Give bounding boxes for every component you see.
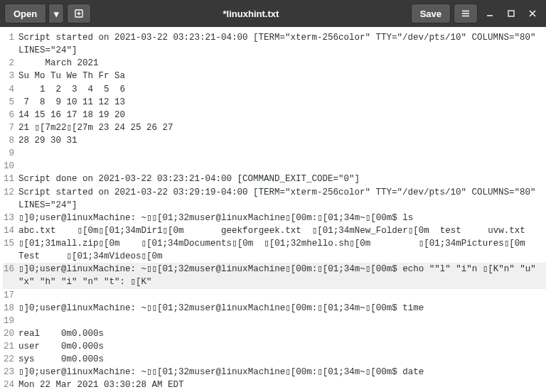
editor-line[interactable]: 21user 0m0.000s: [3, 340, 546, 353]
hamburger-icon: [461, 9, 471, 18]
editor-line[interactable]: 12Script started on 2021-03-22 03:29:19-…: [3, 186, 546, 212]
line-number: 2: [3, 57, 18, 70]
editor-line[interactable]: 721 ▯[7m22▯[27m 23 24 25 26 27: [3, 121, 546, 134]
line-number: 18: [3, 302, 18, 315]
line-content[interactable]: ▯]0;user@linuxMachine: ~▯▯[01;32muser@li…: [18, 302, 546, 315]
minimize-icon: [486, 9, 494, 18]
editor-line[interactable]: 14abc.txt ▯[0m▯[01;34mDir1▯[0m geekforge…: [3, 224, 546, 237]
line-content[interactable]: ▯]0;user@linuxMachine: ~▯▯[01;32muser@li…: [18, 212, 546, 224]
editor-line[interactable]: 4 1 2 3 4 5 6: [3, 83, 546, 96]
minimize-button[interactable]: [481, 4, 499, 23]
line-number: 22: [3, 353, 18, 366]
line-content[interactable]: Mon 22 Mar 2021 03:30:28 AM EDT: [18, 379, 546, 391]
editor-line[interactable]: 22sys 0m0.000s: [3, 353, 546, 366]
line-content[interactable]: Script started on 2021-03-22 03:23:21-04…: [18, 31, 546, 57]
editor-line[interactable]: 828 29 30 31: [3, 134, 546, 147]
line-content[interactable]: ▯[01;31mall.zip▯[0m ▯[01;34mDocuments▯[0…: [18, 237, 546, 263]
line-number: 1: [3, 31, 18, 57]
line-content[interactable]: 28 29 30 31: [18, 134, 546, 147]
line-number: 19: [3, 315, 18, 327]
editor-line[interactable]: 24Mon 22 Mar 2021 03:30:28 AM EDT: [3, 379, 546, 391]
line-content[interactable]: ▯]0;user@linuxMachine: ~▯▯[01;32muser@li…: [18, 366, 546, 379]
line-number: 17: [3, 289, 18, 302]
editor-line[interactable]: 20real 0m0.000s: [3, 327, 546, 340]
maximize-icon: [507, 9, 515, 18]
line-content[interactable]: abc.txt ▯[0m▯[01;34mDir1▯[0m geekforgeek…: [18, 224, 546, 237]
line-number: 4: [3, 83, 18, 96]
editor-line[interactable]: 18▯]0;user@linuxMachine: ~▯▯[01;32muser@…: [3, 302, 546, 315]
line-content[interactable]: Su Mo Tu We Th Fr Sa: [18, 70, 546, 82]
new-tab-icon: [74, 9, 84, 18]
line-content[interactable]: user 0m0.000s: [18, 340, 546, 353]
line-number: 5: [3, 96, 18, 109]
editor-line[interactable]: 15▯[01;31mall.zip▯[0m ▯[01;34mDocuments▯…: [3, 237, 546, 263]
svg-rect-1: [508, 11, 514, 16]
editor-line[interactable]: 614 15 16 17 18 19 20: [3, 109, 546, 121]
line-content[interactable]: 21 ▯[7m22▯[27m 23 24 25 26 27: [18, 121, 546, 134]
line-content[interactable]: [18, 147, 546, 160]
line-content[interactable]: [18, 315, 546, 327]
open-dropdown-button[interactable]: ▾: [48, 4, 64, 23]
editor-line[interactable]: 2 March 2021: [3, 57, 546, 70]
line-number: 12: [3, 186, 18, 212]
line-number: 16: [3, 263, 18, 288]
editor-line[interactable]: 3Su Mo Tu We Th Fr Sa: [3, 70, 546, 82]
line-number: 3: [3, 70, 18, 82]
line-content[interactable]: [18, 160, 546, 173]
editor-line[interactable]: 5 7 8 9 10 11 12 13: [3, 96, 546, 109]
editor-line[interactable]: 16▯]0;user@linuxMachine: ~▯▯[01;32muser@…: [3, 263, 546, 288]
line-content[interactable]: real 0m0.000s: [18, 327, 546, 340]
line-number: 23: [3, 366, 18, 379]
line-number: 6: [3, 109, 18, 121]
line-number: 20: [3, 327, 18, 340]
line-number: 7: [3, 121, 18, 134]
line-number: 11: [3, 173, 18, 185]
line-content[interactable]: Script done on 2021-03-22 03:23:21-04:00…: [18, 173, 546, 185]
editor-line[interactable]: 19: [3, 315, 546, 327]
line-number: 9: [3, 147, 18, 160]
hamburger-menu-button[interactable]: [454, 4, 478, 23]
line-content[interactable]: sys 0m0.000s: [18, 353, 546, 366]
editor-line[interactable]: 17: [3, 289, 546, 302]
line-number: 10: [3, 160, 18, 173]
line-content[interactable]: 14 15 16 17 18 19 20: [18, 109, 546, 121]
new-tab-button[interactable]: [67, 4, 91, 23]
editor-line[interactable]: 11Script done on 2021-03-22 03:23:21-04:…: [3, 173, 546, 185]
titlebar: Open ▾ *linuxhint.txt Save: [0, 0, 546, 27]
line-number: 24: [3, 379, 18, 391]
save-button[interactable]: Save: [411, 4, 451, 23]
line-number: 15: [3, 237, 18, 263]
editor-line[interactable]: 1Script started on 2021-03-22 03:23:21-0…: [3, 31, 546, 57]
line-number: 8: [3, 134, 18, 147]
editor-line[interactable]: 23▯]0;user@linuxMachine: ~▯▯[01;32muser@…: [3, 366, 546, 379]
line-number: 21: [3, 340, 18, 353]
line-number: 13: [3, 212, 18, 224]
close-button[interactable]: [523, 4, 542, 23]
editor-line[interactable]: 13▯]0;user@linuxMachine: ~▯▯[01;32muser@…: [3, 212, 546, 224]
line-content[interactable]: March 2021: [18, 57, 546, 70]
open-button[interactable]: Open: [4, 4, 46, 23]
line-number: 14: [3, 224, 18, 237]
editor-line[interactable]: 9: [3, 147, 546, 160]
editor-line[interactable]: 10: [3, 160, 546, 173]
chevron-down-icon: ▾: [54, 9, 59, 19]
line-content[interactable]: 1 2 3 4 5 6: [18, 83, 546, 96]
window-title: *linuxhint.txt: [94, 9, 407, 19]
line-content[interactable]: Script started on 2021-03-22 03:29:19-04…: [18, 186, 546, 212]
editor-area[interactable]: 1Script started on 2021-03-22 03:23:21-0…: [0, 27, 546, 392]
line-content[interactable]: ▯]0;user@linuxMachine: ~▯▯[01;32muser@li…: [18, 263, 546, 288]
close-icon: [528, 9, 537, 18]
maximize-button[interactable]: [502, 4, 520, 23]
line-content[interactable]: 7 8 9 10 11 12 13: [18, 96, 546, 109]
line-content[interactable]: [18, 289, 546, 302]
